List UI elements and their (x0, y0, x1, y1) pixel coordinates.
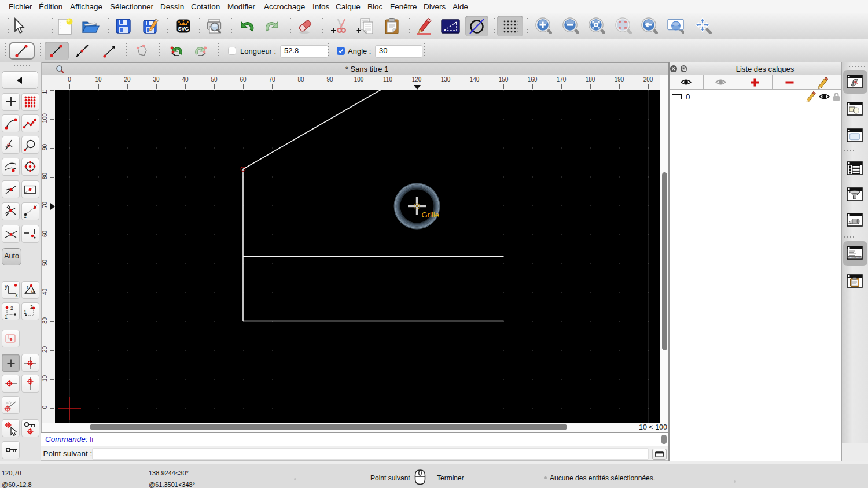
svg-text:1: 1 (24, 309, 27, 315)
svg-text:y: y (5, 283, 8, 290)
svg-text:x: x (15, 292, 18, 297)
svg-text:c command: c command (849, 257, 860, 259)
svg-text:Grille: Grille (422, 210, 439, 219)
svg-text:SVG: SVG (178, 26, 189, 32)
svg-text:r: r (27, 284, 28, 290)
svg-text:a: a (31, 288, 34, 294)
svg-text:2: 2 (30, 304, 33, 310)
svg-text:1: 1 (5, 314, 8, 319)
svg-text:2: 2 (10, 305, 13, 311)
svg-text:2: 2 (34, 204, 37, 209)
svg-text:1: 1 (24, 213, 27, 219)
